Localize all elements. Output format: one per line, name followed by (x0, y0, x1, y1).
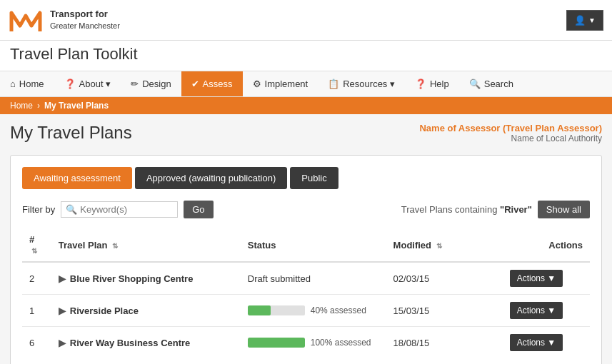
authority-name: Name of Local Authority (419, 133, 602, 143)
row-actions: Actions ▼ (503, 295, 590, 327)
col-header-num: # ⇅ (22, 228, 51, 262)
resources-icon: 📋 (328, 79, 339, 89)
nav-item-design[interactable]: ✏ Design (121, 71, 181, 96)
row-actions: Actions ▼ (503, 327, 590, 359)
home-icon: ⌂ (10, 79, 16, 89)
table-row: 2 ▶ Blue River Shopping Centre Draft sub… (22, 262, 590, 295)
folder-icon: ▶ (59, 338, 66, 348)
tgm-logo (9, 6, 43, 34)
sort-icon-modified[interactable]: ⇅ (436, 242, 442, 250)
nav-item-help[interactable]: ❓ Help (405, 71, 459, 96)
title-bar: Travel Plan Toolkit (0, 41, 612, 71)
row-num: 1 (22, 295, 51, 327)
nav-item-assess[interactable]: ✔ Assess (181, 71, 243, 96)
logo-text: Transport for Greater Manchester (50, 8, 120, 32)
nav-item-implement[interactable]: ⚙ Implement (243, 71, 318, 96)
search-nav-icon: 🔍 (469, 79, 481, 89)
go-button[interactable]: Go (184, 201, 213, 218)
filter-label: Filter by (22, 204, 55, 215)
help-icon: ❓ (415, 79, 426, 89)
row-num: 6 (22, 327, 51, 359)
breadcrumb-home[interactable]: Home (10, 101, 33, 111)
actions-button-row0[interactable]: Actions ▼ (510, 270, 563, 287)
filter-search-icon: 🔍 (66, 204, 77, 215)
row-status: 40% assessed (241, 295, 386, 327)
nav-item-about[interactable]: ❓ About ▾ (54, 71, 121, 96)
implement-icon: ⚙ (253, 79, 261, 89)
site-title: Travel Plan Toolkit (10, 45, 602, 64)
user-icon: 👤 (574, 15, 586, 26)
filter-row: Filter by 🔍 Go Travel Plans containing "… (22, 201, 590, 218)
show-all-button[interactable]: Show all (538, 201, 590, 218)
col-header-modified: Modified ⇅ (386, 228, 503, 262)
design-icon: ✏ (131, 79, 139, 89)
row-modified: 15/03/15 (386, 295, 503, 327)
logo-area: Transport for Greater Manchester (9, 6, 566, 34)
assess-icon: ✔ (191, 79, 199, 89)
actions-button-row2[interactable]: Actions ▼ (510, 334, 563, 351)
filter-input-wrap: 🔍 (61, 201, 178, 218)
sort-icon-plan[interactable]: ⇅ (112, 242, 118, 250)
tab-row: Awaiting assessment Approved (awaiting p… (22, 167, 590, 189)
nav-item-home[interactable]: ⌂ Home (0, 71, 54, 96)
filter-input[interactable] (80, 204, 173, 215)
nav-item-resources[interactable]: 📋 Resources ▾ (318, 71, 405, 96)
row-modified: 02/03/15 (386, 262, 503, 295)
row-plan: ▶ Riverside Place (51, 295, 241, 327)
progress-wrap: 100% assessed (248, 338, 379, 348)
col-header-status: Status (241, 228, 386, 262)
page-header: My Travel Plans Name of Assessor (Travel… (0, 114, 612, 148)
assessor-name: Name of Assessor (Travel Plan Assessor) (419, 123, 602, 133)
nav-items: ⌂ Home ❓ About ▾ ✏ Design ✔ Assess ⚙ Imp… (0, 71, 612, 96)
progress-wrap: 40% assessed (248, 305, 379, 315)
table-row: 6 ▶ River Way Business Centre 100% asses… (22, 327, 590, 359)
progress-text: 100% assessed (311, 338, 371, 348)
filter-right: Travel Plans containing "River" Show all (401, 201, 590, 218)
progress-bar-inner (248, 338, 305, 348)
page-title: My Travel Plans (10, 123, 132, 143)
row-modified: 18/08/15 (386, 327, 503, 359)
main-nav: ⌂ Home ❓ About ▾ ✏ Design ✔ Assess ⚙ Imp… (0, 71, 612, 97)
row-num: 2 (22, 262, 51, 295)
table-row: 1 ▶ Riverside Place 40% assessed 15 (22, 295, 590, 327)
breadcrumb-separator: › (37, 101, 40, 111)
col-header-plan: Travel Plan ⇅ (51, 228, 241, 262)
row-plan: ▶ River Way Business Centre (51, 327, 241, 359)
row-actions: Actions ▼ (503, 262, 590, 295)
progress-text: 40% assessed (311, 305, 366, 315)
tab-approved[interactable]: Approved (awaiting publication) (135, 167, 287, 189)
main-content: Awaiting assessment Approved (awaiting p… (10, 155, 602, 364)
row-plan: ▶ Blue River Shopping Centre (51, 262, 241, 295)
progress-bar-outer (248, 305, 305, 315)
row-status: 100% assessed (241, 327, 386, 359)
progress-bar-outer (248, 338, 305, 348)
table-body: 2 ▶ Blue River Shopping Centre Draft sub… (22, 262, 590, 358)
about-icon: ❓ (64, 79, 76, 89)
table-header: # ⇅ Travel Plan ⇅ Status Modified ⇅ Acti… (22, 228, 590, 262)
folder-icon: ▶ (59, 273, 66, 284)
sort-icon-num[interactable]: ⇅ (31, 247, 37, 255)
row-status: Draft submitted (241, 262, 386, 295)
progress-bar-inner (248, 305, 271, 315)
tab-awaiting-assessment[interactable]: Awaiting assessment (22, 167, 132, 189)
nav-item-search[interactable]: 🔍 Search (459, 71, 523, 96)
header: Transport for Greater Manchester 👤 ▼ (0, 0, 612, 41)
travel-plans-table: # ⇅ Travel Plan ⇅ Status Modified ⇅ Acti… (22, 228, 590, 358)
col-header-actions: Actions (503, 228, 590, 262)
breadcrumb-current: My Travel Plans (44, 101, 109, 111)
breadcrumb: Home › My Travel Plans (0, 97, 612, 114)
assessor-info: Name of Assessor (Travel Plan Assessor) … (419, 123, 602, 143)
folder-icon: ▶ (59, 305, 66, 316)
filter-info: Travel Plans containing "River" (401, 204, 532, 215)
svg-rect-0 (9, 6, 43, 34)
tab-public[interactable]: Public (290, 167, 338, 189)
actions-button-row1[interactable]: Actions ▼ (510, 302, 563, 319)
user-menu-button[interactable]: 👤 ▼ (566, 10, 603, 31)
